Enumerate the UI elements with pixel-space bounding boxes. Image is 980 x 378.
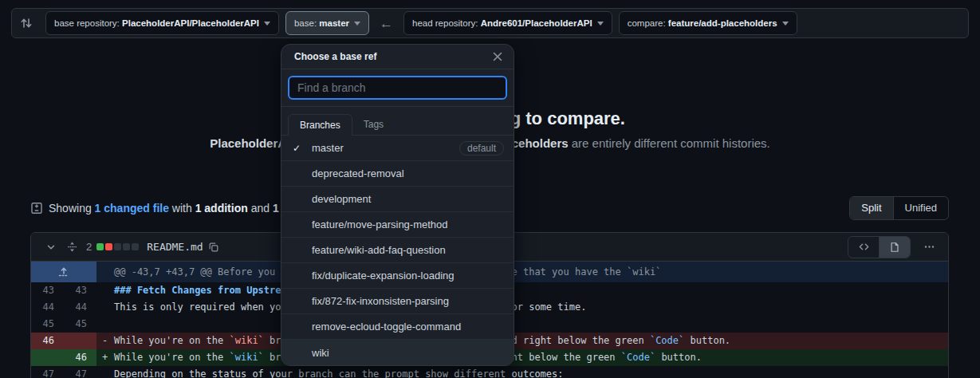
summary-segment: 1 addition (195, 202, 248, 215)
check-icon: ✓ (293, 143, 305, 154)
branch-item[interactable]: fix/872-fix-inxonsisten-parsing (281, 289, 514, 314)
chevron-down-icon (782, 22, 789, 26)
tab-branches[interactable]: Branches (288, 114, 352, 136)
collapse-file-chevron-icon[interactable] (45, 242, 57, 253)
view-toggle-split[interactable]: Split (850, 197, 892, 219)
drag-handle-icon[interactable] (66, 241, 78, 253)
compare-branch-button[interactable]: compare: feature/add-placeholders (619, 11, 797, 35)
base-ref-selector-panel: Choose a base ref BranchesTags ✓masterde… (281, 44, 514, 366)
chevron-down-icon (264, 22, 270, 26)
diff-row-context: 4747Depending on the status of your bran… (31, 366, 948, 378)
left-arrow-icon: ← (380, 17, 393, 30)
diff-view-toggle: SplitUnified (849, 196, 949, 220)
diffstat-square-deleted (105, 243, 112, 250)
branch-name: feature/wiki-add-faq-question (312, 244, 504, 256)
source-view-icon[interactable] (848, 237, 879, 258)
old-line-number: 47 (31, 366, 64, 378)
compare-page: { "colors": { "accent_blue": "#2f81f7", … (0, 0, 980, 378)
branch-item[interactable]: feature/move-parsing-method (281, 212, 514, 238)
old-line-number: 46 (31, 333, 64, 349)
file-name: README.md (147, 241, 203, 253)
code-segment: button. (655, 352, 702, 363)
branch-item[interactable]: remove-ecloud-toggle-command (281, 314, 514, 340)
compare-selector-bar: base repository: PlaceholderAPI/Placehol… (11, 8, 969, 38)
diffstat-square-neutral (132, 243, 139, 250)
changed-files-link[interactable]: 1 changed file (95, 202, 169, 215)
diff-line-content (96, 316, 948, 333)
git-compare-icon (20, 17, 33, 30)
branch-name: remove-ecloud-toggle-command (312, 321, 504, 333)
default-badge: default (459, 141, 504, 156)
head-repository-button[interactable]: head repository: Andre601/PlaceholderAPI (403, 11, 612, 35)
diffstat-square-neutral (123, 243, 130, 250)
ref-tabs: BranchesTags (281, 107, 514, 136)
view-toggle-unified[interactable]: Unified (893, 197, 948, 219)
base-branch-button[interactable]: base: master (285, 11, 369, 35)
copy-file-path-icon[interactable] (208, 242, 219, 253)
code-segment: button. (684, 335, 730, 346)
base-repository-button[interactable]: base repository: PlaceholderAPI/Placehol… (45, 11, 279, 35)
diff-line-content: ### Fetch Changes from Upstream (96, 282, 948, 299)
branch-list: ✓masterdefaultdeprecated-removaldevelopm… (281, 136, 514, 365)
base-branch-value: master (319, 18, 349, 28)
code-segment: `Code` (650, 335, 684, 346)
base-repository-value: PlaceholderAPI/PlaceholderAPI (122, 18, 259, 28)
close-icon[interactable] (488, 47, 507, 66)
diff-marker: - (102, 333, 108, 349)
new-line-number (64, 333, 96, 349)
old-line-number: 44 (31, 299, 64, 316)
old-line-number: 43 (31, 282, 64, 299)
head-repository-label: head repository: (412, 18, 478, 28)
file-diff-icon (30, 202, 43, 215)
code-segment: ### Fetch Changes from Upstream (114, 285, 293, 296)
branch-item[interactable]: development (281, 187, 514, 212)
branch-item[interactable]: deprecated-removal (281, 161, 514, 187)
new-line-number: 46 (64, 349, 96, 366)
branch-name: fix/872-fix-inxonsisten-parsing (312, 295, 504, 307)
branch-name: deprecated-removal (312, 167, 504, 179)
branch-name: wiki (312, 347, 504, 359)
code-segment: `wiki` (230, 335, 264, 346)
code-segment: While you're on the (114, 335, 230, 346)
old-line-number: 45 (31, 316, 64, 333)
diff-line-content: This is only required when your fork is … (96, 299, 948, 316)
branch-search-input[interactable] (288, 76, 507, 100)
summary-segment: and (248, 202, 273, 215)
diffstat-square-neutral (114, 243, 121, 250)
diffstat-square-added (96, 243, 104, 250)
new-line-number: 44 (64, 299, 96, 316)
hunk-header-text: @@ -43,7 +43,7 @@ Before you make any ki… (96, 262, 948, 282)
branch-name: master (312, 142, 459, 154)
old-line-number (31, 349, 64, 366)
base-branch-label: base: (294, 18, 317, 28)
new-line-number: 45 (64, 316, 96, 333)
code-segment: `Code` (621, 352, 655, 363)
code-segment: Depending on the status of your branch c… (114, 368, 564, 378)
rich-diff-icon[interactable] (879, 237, 910, 258)
diffstat-squares (96, 243, 139, 250)
branch-item[interactable]: ✓masterdefault (281, 136, 514, 161)
code-segment: While you're on the (114, 352, 230, 363)
diff-line-content: -While you're on the `wiki` branch, will… (96, 333, 948, 349)
branch-name: feature/move-parsing-method (312, 219, 504, 230)
ref-search-area (281, 69, 514, 107)
diff-line-content: Depending on the status of your branch c… (96, 366, 948, 378)
expand-up-icon[interactable] (31, 262, 96, 282)
diff-display-toggle (848, 236, 911, 258)
summary-segment: Showing (49, 202, 95, 215)
kebab-menu-icon[interactable] (923, 241, 935, 253)
new-line-number: 47 (64, 366, 96, 378)
branch-item[interactable]: feature/wiki-add-faq-question (281, 238, 514, 263)
file-changes-count: 2 (86, 241, 92, 253)
diff-line-content: +While you're on the `wiki` branch, is t… (96, 349, 948, 366)
branch-item[interactable]: wiki (281, 340, 514, 365)
compare-branch-value: feature/add-placeholders (668, 18, 777, 28)
subtitle-segment: are entirely different commit histories. (569, 136, 770, 150)
compare-branch-label: compare: (628, 18, 666, 28)
head-repository-value: Andre601/PlaceholderAPI (481, 18, 592, 28)
chevron-down-icon (597, 22, 604, 26)
branch-item[interactable]: fix/duplicate-expansion-loading (281, 263, 514, 289)
summary-segment: with (169, 202, 195, 215)
tab-tags[interactable]: Tags (352, 114, 395, 135)
new-line-number: 43 (64, 282, 96, 299)
